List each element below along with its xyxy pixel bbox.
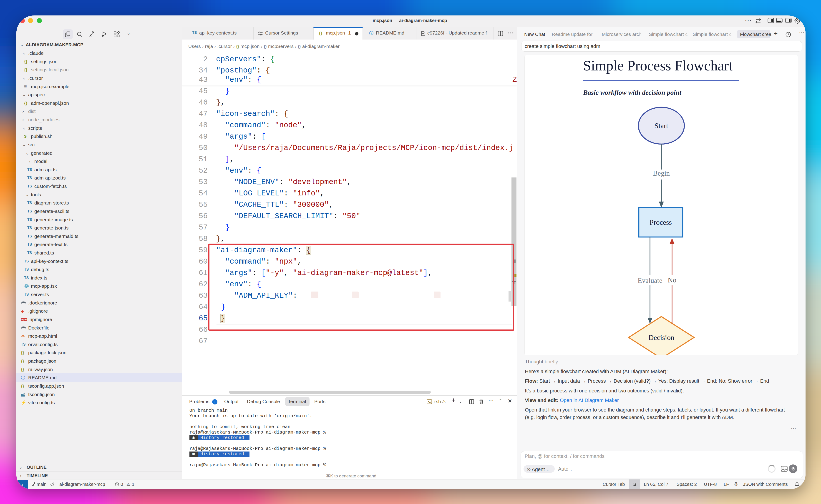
svg-text:Decision: Decision — [649, 333, 674, 342]
svg-text:Begin: Begin — [653, 169, 670, 177]
svg-text:Start: Start — [655, 122, 669, 130]
svg-text:Process: Process — [650, 218, 672, 226]
svg-text:No: No — [668, 276, 676, 284]
svg-text:Evaluate: Evaluate — [638, 277, 662, 284]
svg-text:Simple Process Flowchart: Simple Process Flowchart — [583, 58, 733, 74]
svg-text:Basic workflow with decision p: Basic workflow with decision point — [583, 89, 682, 96]
